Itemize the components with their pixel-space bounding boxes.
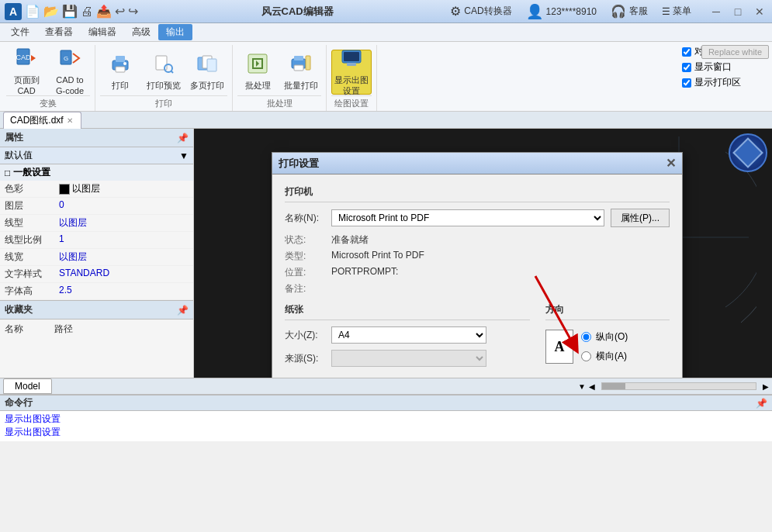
toolbar: CAD 页面到 CAD G CAD to G-code 变换: [0, 42, 772, 112]
close-button[interactable]: ✕: [752, 4, 767, 19]
linetype-value: 以图层: [59, 216, 189, 230]
quick-new[interactable]: 📄: [25, 4, 40, 19]
svg-rect-23: [347, 63, 356, 66]
cad-to-gcode-button[interactable]: G CAD to G-code: [50, 50, 90, 95]
location-label: 位置:: [285, 266, 331, 279]
batch-process-button[interactable]: 批处理: [237, 50, 278, 95]
expand-icon: □: [5, 168, 10, 178]
printer-type-row: 类型: Microsoft Print To PDF: [285, 250, 670, 263]
paper-source-label: 来源(S):: [285, 352, 331, 365]
model-tab[interactable]: Model: [3, 378, 52, 394]
scroll-right-icon[interactable]: ▶: [763, 382, 769, 391]
menu-file[interactable]: 文件: [3, 24, 37, 40]
show-print-area-checkbox[interactable]: 显示打印区: [682, 76, 741, 89]
customer-service-btn[interactable]: 🎧 客服: [611, 4, 648, 19]
cad-icon: ⚙: [450, 4, 461, 19]
page-to-cad-label: 页面到 CAD: [9, 75, 44, 95]
tab-close-icon[interactable]: ✕: [67, 116, 73, 125]
cad-to-gcode-label: CAD to G-code: [52, 75, 88, 95]
menu-advanced[interactable]: 高级: [124, 24, 158, 40]
quick-save[interactable]: 💾: [62, 4, 78, 19]
command-pin-icon[interactable]: 📌: [756, 398, 767, 409]
quick-redo[interactable]: ↪: [128, 4, 138, 19]
nav-cube[interactable]: [729, 133, 767, 172]
quick-export[interactable]: 📤: [96, 4, 112, 19]
show-window-input[interactable]: [682, 63, 691, 72]
menu-viewer[interactable]: 查看器: [37, 24, 81, 40]
portrait-option[interactable]: 纵向(O): [581, 330, 628, 344]
favorites-content: 名称 路径: [0, 320, 193, 339]
command-content: 显示出图设置 显示出图设置: [0, 411, 772, 440]
page-to-cad-button[interactable]: CAD 页面到 CAD: [6, 50, 47, 95]
toolbar-group-transform: CAD 页面到 CAD G CAD to G-code 变换: [2, 45, 95, 111]
cad-converter-btn[interactable]: ⚙ CAD转换器: [450, 4, 511, 19]
property-row-color: 色彩 以图层: [0, 181, 193, 198]
quick-undo[interactable]: ↩: [115, 4, 125, 19]
print-label: 打印: [112, 81, 129, 91]
paper-size-select[interactable]: A4: [331, 326, 486, 344]
multi-print-icon: [196, 53, 218, 79]
printer-name-input-row: Microsoft Print to PDF 属性(P)...: [331, 209, 670, 227]
landscape-option[interactable]: 横向(A): [581, 350, 628, 363]
batch-print-label: 批量打印: [284, 81, 318, 91]
menu-output[interactable]: 输出: [158, 24, 192, 40]
menu-bar: 文件 查看器 编辑器 高级 输出: [0, 23, 772, 42]
minimize-button[interactable]: ─: [708, 4, 724, 19]
paper-orient-section: 纸张 大小(Z): A4 来源(S):: [285, 303, 670, 373]
textstyle-value: STANDARD: [59, 268, 189, 281]
app-title: 风云CAD编辑器: [144, 5, 450, 19]
show-window-checkbox[interactable]: 显示窗口: [682, 60, 741, 74]
command-area: 命令行 📌 显示出图设置 显示出图设置: [0, 395, 772, 441]
svg-rect-8: [116, 56, 125, 62]
multi-print-button[interactable]: 多页打印: [187, 50, 227, 95]
scroll-left-icon[interactable]: ◀: [589, 382, 595, 391]
paper-source-select[interactable]: [331, 350, 486, 367]
layer-label: 图层: [5, 199, 59, 212]
print-preview-button[interactable]: 打印预览: [144, 50, 184, 95]
menu-editor[interactable]: 编辑器: [81, 24, 124, 40]
properties-content: □ 一般设置 色彩 以图层 图层 0 线型 以图层 线型比例 1: [0, 164, 193, 300]
show-print-area-input[interactable]: [682, 78, 691, 88]
display-settings-button[interactable]: 显示出图设置: [331, 50, 372, 95]
properties-dropdown-icon[interactable]: ▼: [179, 150, 189, 161]
print-button[interactable]: 打印: [100, 50, 140, 95]
paper-size-label: 大小(Z):: [285, 329, 331, 342]
hamburger-menu[interactable]: ☰ 菜单: [662, 5, 691, 18]
scroll-down-icon[interactable]: ▼: [578, 382, 586, 391]
printer-section-title: 打印机: [285, 185, 670, 202]
textstyle-label: 文字样式: [5, 268, 59, 281]
quick-print[interactable]: 🖨: [81, 5, 93, 19]
svg-text:A: A: [9, 5, 17, 18]
dialog-close-icon[interactable]: ✕: [666, 156, 676, 171]
landscape-radio[interactable]: [581, 351, 591, 361]
batch-print-button[interactable]: 批量打印: [281, 50, 321, 95]
svg-rect-9: [116, 67, 125, 72]
paper-section: 纸张 大小(Z): A4 来源(S):: [285, 303, 530, 373]
multi-print-label: 多页打印: [190, 81, 224, 91]
user-avatar[interactable]: 👤 123****8910: [526, 3, 597, 20]
printer-name-row: 名称(N): Microsoft Print to PDF 属性(P)...: [285, 209, 670, 227]
tab-cad-drawing[interactable]: CAD图纸.dxf ✕: [3, 112, 81, 129]
portrait-radio[interactable]: [581, 332, 591, 342]
svg-rect-21: [306, 56, 310, 70]
favorites-header: 收藏夹 📌: [0, 301, 193, 320]
maximize-button[interactable]: □: [730, 4, 746, 19]
pin-icon[interactable]: 📌: [177, 133, 189, 143]
toolbar-group-transform-label: 变换: [6, 95, 90, 111]
printer-name-select[interactable]: Microsoft Print to PDF: [331, 209, 604, 226]
replace-white-button[interactable]: Replace white: [701, 45, 769, 59]
nav-cube-sphere[interactable]: [729, 133, 767, 172]
show-window-label: 显示窗口: [694, 60, 732, 74]
favorites-pin-icon[interactable]: 📌: [177, 305, 189, 316]
printer-name-label: 名称(N):: [285, 212, 331, 225]
model-view-input[interactable]: [682, 47, 691, 57]
properties-panel-header: 属性 📌: [0, 129, 193, 147]
printer-properties-button[interactable]: 属性(P)...: [611, 209, 670, 227]
quick-open[interactable]: 📂: [43, 4, 59, 19]
toolbar-group-batch-label: 批处理: [237, 95, 321, 111]
svg-rect-16: [207, 59, 216, 71]
printer-status-row: 状态: 准备就绪: [285, 233, 670, 247]
landscape-label: 横向(A): [596, 350, 627, 363]
general-settings-header[interactable]: □ 一般设置: [0, 164, 193, 181]
type-label: 类型:: [285, 250, 331, 263]
